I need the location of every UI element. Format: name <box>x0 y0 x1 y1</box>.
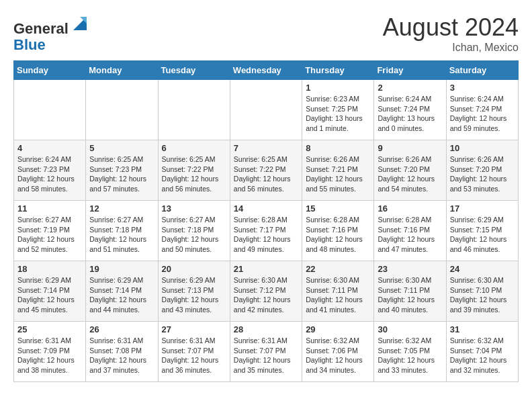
day-number: 13 <box>162 203 226 214</box>
calendar-cell: 5Sunrise: 6:25 AM Sunset: 7:23 PM Daylig… <box>86 140 158 201</box>
day-number: 19 <box>89 264 154 274</box>
calendar-cell: 2Sunrise: 6:24 AM Sunset: 7:24 PM Daylig… <box>374 80 446 140</box>
calendar-cell: 24Sunrise: 6:30 AM Sunset: 7:10 PM Dayli… <box>446 261 518 322</box>
calendar-cell <box>14 80 86 140</box>
calendar-cell: 12Sunrise: 6:27 AM Sunset: 7:18 PM Dayli… <box>86 201 158 261</box>
day-info: Sunrise: 6:25 AM Sunset: 7:22 PM Dayligh… <box>234 154 298 194</box>
day-number: 7 <box>234 143 298 153</box>
logo-icon <box>70 13 90 34</box>
calendar-cell: 26Sunrise: 6:31 AM Sunset: 7:08 PM Dayli… <box>86 322 158 382</box>
logo-general-text: General <box>13 20 69 37</box>
day-number: 22 <box>306 264 370 274</box>
calendar-header-row: SundayMondayTuesdayWednesdayThursdayFrid… <box>14 61 519 80</box>
calendar-cell: 27Sunrise: 6:31 AM Sunset: 7:07 PM Dayli… <box>158 322 230 382</box>
day-info: Sunrise: 6:28 AM Sunset: 7:16 PM Dayligh… <box>378 215 442 255</box>
day-number: 6 <box>162 143 226 153</box>
day-number: 9 <box>378 143 442 153</box>
calendar-cell: 9Sunrise: 6:26 AM Sunset: 7:20 PM Daylig… <box>374 140 446 201</box>
calendar-cell: 8Sunrise: 6:26 AM Sunset: 7:21 PM Daylig… <box>302 140 374 201</box>
day-info: Sunrise: 6:27 AM Sunset: 7:18 PM Dayligh… <box>89 215 154 255</box>
calendar-cell: 21Sunrise: 6:30 AM Sunset: 7:12 PM Dayli… <box>230 261 302 322</box>
day-info: Sunrise: 6:32 AM Sunset: 7:04 PM Dayligh… <box>450 336 515 375</box>
day-info: Sunrise: 6:30 AM Sunset: 7:12 PM Dayligh… <box>234 275 298 315</box>
calendar-cell: 7Sunrise: 6:25 AM Sunset: 7:22 PM Daylig… <box>230 140 302 201</box>
day-number: 4 <box>17 143 82 153</box>
calendar-cell: 4Sunrise: 6:24 AM Sunset: 7:23 PM Daylig… <box>14 140 86 201</box>
day-of-week-header: Tuesday <box>158 61 230 80</box>
day-number: 11 <box>17 203 82 214</box>
calendar-cell <box>158 80 230 140</box>
day-number: 31 <box>450 324 515 334</box>
day-of-week-header: Monday <box>86 61 158 80</box>
header: General Blue August 2024 Ichan, Mexico <box>13 13 519 54</box>
day-of-week-header: Friday <box>374 61 446 80</box>
day-info: Sunrise: 6:27 AM Sunset: 7:18 PM Dayligh… <box>162 215 226 255</box>
day-number: 12 <box>89 203 154 214</box>
day-info: Sunrise: 6:28 AM Sunset: 7:16 PM Dayligh… <box>306 215 370 255</box>
day-of-week-header: Thursday <box>302 61 374 80</box>
day-number: 17 <box>450 203 515 214</box>
calendar-cell: 25Sunrise: 6:31 AM Sunset: 7:09 PM Dayli… <box>14 322 86 382</box>
calendar-cell: 23Sunrise: 6:30 AM Sunset: 7:11 PM Dayli… <box>374 261 446 322</box>
day-info: Sunrise: 6:31 AM Sunset: 7:09 PM Dayligh… <box>17 336 82 375</box>
day-info: Sunrise: 6:29 AM Sunset: 7:15 PM Dayligh… <box>450 215 515 255</box>
day-number: 3 <box>450 83 515 93</box>
calendar-cell: 19Sunrise: 6:29 AM Sunset: 7:14 PM Dayli… <box>86 261 158 322</box>
calendar-cell: 22Sunrise: 6:30 AM Sunset: 7:11 PM Dayli… <box>302 261 374 322</box>
day-number: 26 <box>89 324 154 334</box>
day-info: Sunrise: 6:31 AM Sunset: 7:08 PM Dayligh… <box>89 336 154 375</box>
day-info: Sunrise: 6:27 AM Sunset: 7:19 PM Dayligh… <box>17 215 82 255</box>
calendar-cell: 18Sunrise: 6:29 AM Sunset: 7:14 PM Dayli… <box>14 261 86 322</box>
calendar-cell <box>230 80 302 140</box>
calendar-cell: 10Sunrise: 6:26 AM Sunset: 7:20 PM Dayli… <box>446 140 518 201</box>
day-number: 28 <box>234 324 298 334</box>
day-info: Sunrise: 6:32 AM Sunset: 7:06 PM Dayligh… <box>306 336 370 375</box>
day-of-week-header: Wednesday <box>230 61 302 80</box>
day-info: Sunrise: 6:30 AM Sunset: 7:11 PM Dayligh… <box>378 275 442 315</box>
logo-blue-text: Blue <box>13 36 46 53</box>
day-number: 30 <box>378 324 442 334</box>
calendar-cell <box>86 80 158 140</box>
day-of-week-header: Sunday <box>14 61 86 80</box>
day-info: Sunrise: 6:26 AM Sunset: 7:21 PM Dayligh… <box>306 154 370 194</box>
calendar-week-row: 11Sunrise: 6:27 AM Sunset: 7:19 PM Dayli… <box>14 201 519 261</box>
calendar-cell: 31Sunrise: 6:32 AM Sunset: 7:04 PM Dayli… <box>446 322 518 382</box>
calendar-week-row: 25Sunrise: 6:31 AM Sunset: 7:09 PM Dayli… <box>14 322 519 382</box>
day-info: Sunrise: 6:24 AM Sunset: 7:23 PM Dayligh… <box>17 154 82 194</box>
calendar-cell: 15Sunrise: 6:28 AM Sunset: 7:16 PM Dayli… <box>302 201 374 261</box>
day-number: 2 <box>378 83 442 93</box>
calendar-cell: 14Sunrise: 6:28 AM Sunset: 7:17 PM Dayli… <box>230 201 302 261</box>
day-info: Sunrise: 6:24 AM Sunset: 7:24 PM Dayligh… <box>450 94 515 134</box>
calendar-week-row: 4Sunrise: 6:24 AM Sunset: 7:23 PM Daylig… <box>14 140 519 201</box>
calendar-cell: 30Sunrise: 6:32 AM Sunset: 7:05 PM Dayli… <box>374 322 446 382</box>
calendar-cell: 13Sunrise: 6:27 AM Sunset: 7:18 PM Dayli… <box>158 201 230 261</box>
calendar-cell: 3Sunrise: 6:24 AM Sunset: 7:24 PM Daylig… <box>446 80 518 140</box>
day-number: 21 <box>234 264 298 274</box>
calendar-cell: 17Sunrise: 6:29 AM Sunset: 7:15 PM Dayli… <box>446 201 518 261</box>
day-number: 27 <box>162 324 226 334</box>
calendar-week-row: 1Sunrise: 6:23 AM Sunset: 7:25 PM Daylig… <box>14 80 519 140</box>
day-number: 14 <box>234 203 298 214</box>
day-info: Sunrise: 6:32 AM Sunset: 7:05 PM Dayligh… <box>378 336 442 375</box>
day-info: Sunrise: 6:30 AM Sunset: 7:10 PM Dayligh… <box>450 275 515 315</box>
calendar-cell: 1Sunrise: 6:23 AM Sunset: 7:25 PM Daylig… <box>302 80 374 140</box>
subtitle: Ichan, Mexico <box>383 42 519 54</box>
calendar: SundayMondayTuesdayWednesdayThursdayFrid… <box>13 60 519 382</box>
day-of-week-header: Saturday <box>446 61 518 80</box>
day-info: Sunrise: 6:26 AM Sunset: 7:20 PM Dayligh… <box>378 154 442 194</box>
calendar-cell: 29Sunrise: 6:32 AM Sunset: 7:06 PM Dayli… <box>302 322 374 382</box>
calendar-cell: 20Sunrise: 6:29 AM Sunset: 7:13 PM Dayli… <box>158 261 230 322</box>
day-number: 15 <box>306 203 370 214</box>
day-number: 1 <box>306 83 370 93</box>
calendar-cell: 11Sunrise: 6:27 AM Sunset: 7:19 PM Dayli… <box>14 201 86 261</box>
day-number: 18 <box>17 264 82 274</box>
calendar-cell: 6Sunrise: 6:25 AM Sunset: 7:22 PM Daylig… <box>158 140 230 201</box>
day-info: Sunrise: 6:23 AM Sunset: 7:25 PM Dayligh… <box>306 94 370 134</box>
day-number: 23 <box>378 264 442 274</box>
day-info: Sunrise: 6:28 AM Sunset: 7:17 PM Dayligh… <box>234 215 298 255</box>
calendar-week-row: 18Sunrise: 6:29 AM Sunset: 7:14 PM Dayli… <box>14 261 519 322</box>
day-info: Sunrise: 6:30 AM Sunset: 7:11 PM Dayligh… <box>306 275 370 315</box>
day-number: 20 <box>162 264 226 274</box>
day-number: 16 <box>378 203 442 214</box>
logo: General Blue <box>13 13 90 53</box>
